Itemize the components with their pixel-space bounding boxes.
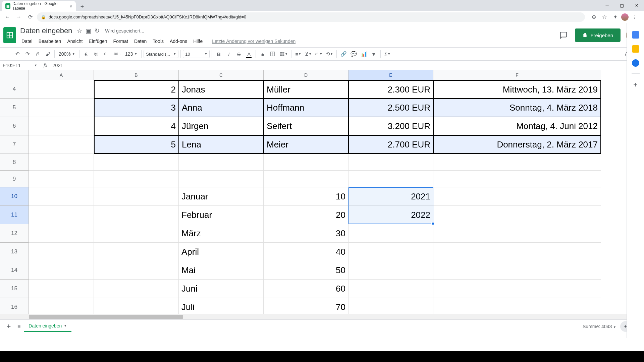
cell[interactable]	[94, 280, 179, 298]
cell[interactable]	[94, 171, 179, 187]
calendar-icon[interactable]	[632, 31, 639, 39]
row-header-15[interactable]: 15	[0, 280, 29, 298]
tab-close-icon[interactable]: ×	[69, 3, 72, 9]
row-header-4[interactable]: 4	[0, 80, 29, 99]
cell[interactable]	[433, 280, 601, 298]
cell[interactable]	[179, 154, 264, 171]
borders-button[interactable]	[268, 49, 277, 59]
cell[interactable]	[264, 154, 348, 171]
cell[interactable]: Juni	[179, 280, 264, 298]
cell[interactable]	[433, 261, 601, 280]
browser-menu-icon[interactable]: ⋮	[630, 12, 639, 22]
horizontal-scrollbar[interactable]: ◀ ▶	[0, 314, 639, 319]
insert-comment-button[interactable]: 💬	[349, 49, 358, 59]
all-sheets-button[interactable]: ≡	[17, 323, 20, 329]
menu-tools[interactable]: Tools	[150, 37, 166, 45]
cell[interactable]: Hoffmann	[264, 99, 348, 117]
row-header-11[interactable]: 11	[0, 206, 29, 224]
cell[interactable]: 40	[264, 243, 348, 261]
nav-forward-button[interactable]: →	[14, 12, 23, 22]
row-header-9[interactable]: 9	[0, 171, 29, 187]
select-all-corner[interactable]	[0, 70, 29, 80]
cell[interactable]	[433, 224, 601, 243]
cell[interactable]	[348, 171, 433, 187]
cell[interactable]: 2.700 EUR	[348, 135, 433, 154]
menu-daten[interactable]: Daten	[131, 37, 149, 45]
cell[interactable]	[433, 206, 601, 224]
cell[interactable]: 5	[94, 135, 179, 154]
cell[interactable]: Anna	[179, 99, 264, 117]
cell[interactable]: 2	[94, 80, 179, 99]
cell[interactable]	[29, 243, 94, 261]
strikethrough-button[interactable]: S	[234, 49, 244, 59]
cell[interactable]	[348, 280, 433, 298]
cell[interactable]	[94, 243, 179, 261]
share-button[interactable]: Freigeben	[575, 28, 621, 42]
functions-button[interactable]: Σ▼	[383, 49, 392, 59]
document-title[interactable]: Daten eingeben	[19, 26, 73, 36]
cell[interactable]	[29, 117, 94, 135]
row-header-5[interactable]: 5	[0, 99, 29, 117]
cell[interactable]: Lena	[179, 135, 264, 154]
column-header-A[interactable]: A	[29, 70, 94, 80]
keep-icon[interactable]	[632, 45, 639, 53]
text-rotation-button[interactable]: ⟲▼	[324, 49, 334, 59]
column-header-E[interactable]: E	[348, 70, 433, 80]
row-header-16[interactable]: 16	[0, 298, 29, 316]
cloud-sync-icon[interactable]: ↻	[95, 27, 100, 35]
cell[interactable]: 3.200 EUR	[348, 117, 433, 135]
percent-button[interactable]: %	[92, 49, 101, 59]
row-header-7[interactable]: 7	[0, 135, 29, 154]
row-header-8[interactable]: 8	[0, 154, 29, 171]
nav-back-button[interactable]: ←	[3, 12, 12, 22]
cell[interactable]: Jürgen	[179, 117, 264, 135]
get-addons-button[interactable]: +	[633, 80, 638, 89]
bookmark-icon[interactable]: ☆	[600, 12, 609, 22]
cell[interactable]: Januar	[179, 187, 264, 206]
cell[interactable]: 2.300 EUR	[348, 80, 433, 99]
column-header-C[interactable]: C	[179, 70, 264, 80]
filter-button[interactable]: ▼	[369, 49, 378, 59]
cell[interactable]	[348, 224, 433, 243]
chevron-down-icon[interactable]: ▼	[64, 324, 67, 327]
window-minimize-button[interactable]: ─	[600, 0, 614, 11]
cell[interactable]: Sonntag, 4. März 2018	[433, 99, 601, 117]
row-header-6[interactable]: 6	[0, 117, 29, 135]
status-sum[interactable]: Summe: 4043 ▼	[583, 324, 616, 329]
cell[interactable]	[94, 206, 179, 224]
cell[interactable]	[433, 154, 601, 171]
cell[interactable]: Montag, 4. Juni 2012	[433, 117, 601, 135]
menu-datei[interactable]: Datei	[19, 37, 35, 45]
h-align-button[interactable]: ≡▼	[293, 49, 303, 59]
menu-hilfe[interactable]: Hilfe	[191, 37, 205, 45]
text-wrap-button[interactable]: ↵▼	[314, 49, 324, 59]
cell[interactable]	[433, 243, 601, 261]
cell[interactable]: März	[179, 224, 264, 243]
font-size-dropdown[interactable]: 10▼	[183, 50, 210, 58]
cell[interactable]: 20	[264, 206, 348, 224]
comments-icon[interactable]	[557, 29, 570, 41]
browser-tab-active[interactable]: ▦ Daten eingeben - Google Tabelle ×	[2, 1, 76, 11]
move-icon[interactable]: ▣	[86, 27, 91, 35]
fill-color-button[interactable]	[258, 49, 267, 59]
cell[interactable]	[29, 135, 94, 154]
column-header-D[interactable]: D	[264, 70, 348, 80]
decrease-decimals-button[interactable]: .0←	[102, 49, 111, 59]
cell[interactable]: 4	[94, 117, 179, 135]
menu-ansicht[interactable]: Ansicht	[64, 37, 85, 45]
row-header-10[interactable]: 10	[0, 187, 29, 206]
cell[interactable]: Müller	[264, 80, 348, 99]
cell[interactable]	[29, 171, 94, 187]
column-header-F[interactable]: F	[433, 70, 601, 80]
menu-einfuegen[interactable]: Einfügen	[86, 37, 110, 45]
sheets-logo-icon[interactable]	[3, 27, 16, 43]
cell[interactable]: 2021	[348, 187, 433, 206]
row-header-14[interactable]: 14	[0, 261, 29, 280]
cell[interactable]: 2.500 EUR	[348, 99, 433, 117]
cell[interactable]: Donnerstag, 2. März 2017	[433, 135, 601, 154]
cell[interactable]	[94, 224, 179, 243]
cell[interactable]	[94, 298, 179, 316]
cell[interactable]	[94, 187, 179, 206]
number-format-dropdown[interactable]: 123▼	[123, 51, 139, 57]
menu-bearbeiten[interactable]: Bearbeiten	[36, 37, 64, 45]
